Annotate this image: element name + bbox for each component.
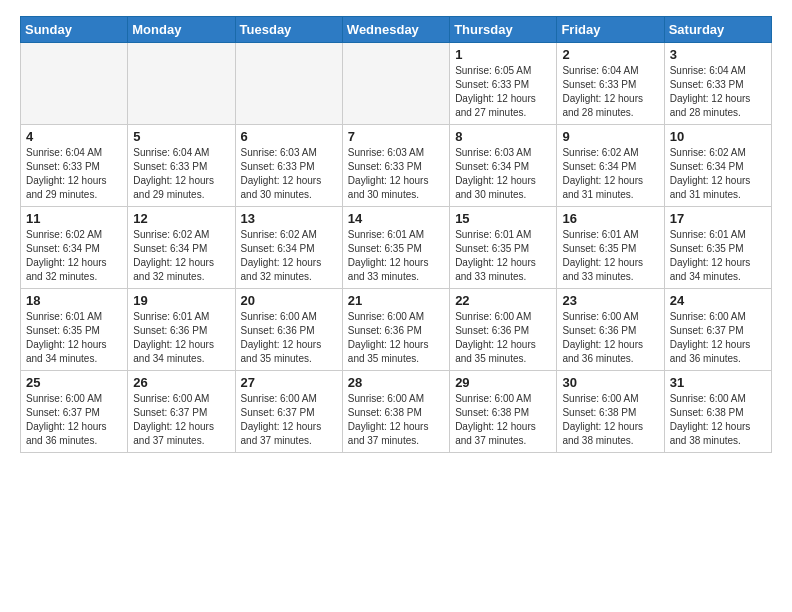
day-info: Sunrise: 6:02 AM Sunset: 6:34 PM Dayligh… [133,228,229,284]
day-number: 20 [241,293,337,308]
day-info: Sunrise: 6:05 AM Sunset: 6:33 PM Dayligh… [455,64,551,120]
day-info: Sunrise: 6:02 AM Sunset: 6:34 PM Dayligh… [562,146,658,202]
calendar-cell: 26Sunrise: 6:00 AM Sunset: 6:37 PM Dayli… [128,371,235,453]
day-number: 9 [562,129,658,144]
calendar-cell: 29Sunrise: 6:00 AM Sunset: 6:38 PM Dayli… [450,371,557,453]
day-info: Sunrise: 6:04 AM Sunset: 6:33 PM Dayligh… [670,64,766,120]
day-number: 2 [562,47,658,62]
calendar-cell: 3Sunrise: 6:04 AM Sunset: 6:33 PM Daylig… [664,43,771,125]
calendar-cell: 5Sunrise: 6:04 AM Sunset: 6:33 PM Daylig… [128,125,235,207]
page: SundayMondayTuesdayWednesdayThursdayFrid… [0,0,792,473]
day-info: Sunrise: 6:04 AM Sunset: 6:33 PM Dayligh… [26,146,122,202]
day-number: 30 [562,375,658,390]
day-info: Sunrise: 6:00 AM Sunset: 6:36 PM Dayligh… [348,310,444,366]
calendar-cell: 12Sunrise: 6:02 AM Sunset: 6:34 PM Dayli… [128,207,235,289]
day-number: 31 [670,375,766,390]
calendar-cell: 11Sunrise: 6:02 AM Sunset: 6:34 PM Dayli… [21,207,128,289]
day-info: Sunrise: 6:00 AM Sunset: 6:38 PM Dayligh… [455,392,551,448]
day-number: 14 [348,211,444,226]
calendar-cell: 20Sunrise: 6:00 AM Sunset: 6:36 PM Dayli… [235,289,342,371]
day-info: Sunrise: 6:00 AM Sunset: 6:36 PM Dayligh… [562,310,658,366]
day-info: Sunrise: 6:01 AM Sunset: 6:35 PM Dayligh… [562,228,658,284]
day-number: 13 [241,211,337,226]
day-number: 6 [241,129,337,144]
weekday-header-thursday: Thursday [450,17,557,43]
day-info: Sunrise: 6:00 AM Sunset: 6:36 PM Dayligh… [241,310,337,366]
week-row-2: 11Sunrise: 6:02 AM Sunset: 6:34 PM Dayli… [21,207,772,289]
calendar-cell [128,43,235,125]
day-info: Sunrise: 6:00 AM Sunset: 6:37 PM Dayligh… [133,392,229,448]
day-number: 22 [455,293,551,308]
weekday-header-friday: Friday [557,17,664,43]
calendar-table: SundayMondayTuesdayWednesdayThursdayFrid… [20,16,772,453]
day-info: Sunrise: 6:00 AM Sunset: 6:37 PM Dayligh… [26,392,122,448]
day-info: Sunrise: 6:02 AM Sunset: 6:34 PM Dayligh… [26,228,122,284]
calendar-cell: 9Sunrise: 6:02 AM Sunset: 6:34 PM Daylig… [557,125,664,207]
day-info: Sunrise: 6:01 AM Sunset: 6:35 PM Dayligh… [26,310,122,366]
calendar-cell: 23Sunrise: 6:00 AM Sunset: 6:36 PM Dayli… [557,289,664,371]
weekday-header-row: SundayMondayTuesdayWednesdayThursdayFrid… [21,17,772,43]
day-number: 11 [26,211,122,226]
day-info: Sunrise: 6:02 AM Sunset: 6:34 PM Dayligh… [241,228,337,284]
day-number: 24 [670,293,766,308]
day-number: 10 [670,129,766,144]
calendar-cell: 1Sunrise: 6:05 AM Sunset: 6:33 PM Daylig… [450,43,557,125]
week-row-0: 1Sunrise: 6:05 AM Sunset: 6:33 PM Daylig… [21,43,772,125]
calendar-cell: 14Sunrise: 6:01 AM Sunset: 6:35 PM Dayli… [342,207,449,289]
day-info: Sunrise: 6:01 AM Sunset: 6:36 PM Dayligh… [133,310,229,366]
day-number: 3 [670,47,766,62]
day-info: Sunrise: 6:01 AM Sunset: 6:35 PM Dayligh… [348,228,444,284]
day-number: 18 [26,293,122,308]
calendar-cell [21,43,128,125]
day-info: Sunrise: 6:04 AM Sunset: 6:33 PM Dayligh… [562,64,658,120]
day-number: 28 [348,375,444,390]
calendar-cell: 2Sunrise: 6:04 AM Sunset: 6:33 PM Daylig… [557,43,664,125]
day-info: Sunrise: 6:03 AM Sunset: 6:34 PM Dayligh… [455,146,551,202]
day-number: 8 [455,129,551,144]
weekday-header-sunday: Sunday [21,17,128,43]
calendar-cell: 16Sunrise: 6:01 AM Sunset: 6:35 PM Dayli… [557,207,664,289]
day-info: Sunrise: 6:00 AM Sunset: 6:38 PM Dayligh… [562,392,658,448]
calendar-cell: 25Sunrise: 6:00 AM Sunset: 6:37 PM Dayli… [21,371,128,453]
day-info: Sunrise: 6:03 AM Sunset: 6:33 PM Dayligh… [241,146,337,202]
day-number: 5 [133,129,229,144]
calendar-cell: 6Sunrise: 6:03 AM Sunset: 6:33 PM Daylig… [235,125,342,207]
calendar-cell: 10Sunrise: 6:02 AM Sunset: 6:34 PM Dayli… [664,125,771,207]
calendar-cell: 18Sunrise: 6:01 AM Sunset: 6:35 PM Dayli… [21,289,128,371]
day-info: Sunrise: 6:01 AM Sunset: 6:35 PM Dayligh… [670,228,766,284]
calendar-cell: 31Sunrise: 6:00 AM Sunset: 6:38 PM Dayli… [664,371,771,453]
week-row-1: 4Sunrise: 6:04 AM Sunset: 6:33 PM Daylig… [21,125,772,207]
calendar-cell: 30Sunrise: 6:00 AM Sunset: 6:38 PM Dayli… [557,371,664,453]
calendar-cell [342,43,449,125]
calendar-cell: 22Sunrise: 6:00 AM Sunset: 6:36 PM Dayli… [450,289,557,371]
day-info: Sunrise: 6:03 AM Sunset: 6:33 PM Dayligh… [348,146,444,202]
day-number: 15 [455,211,551,226]
calendar-cell: 28Sunrise: 6:00 AM Sunset: 6:38 PM Dayli… [342,371,449,453]
day-info: Sunrise: 6:02 AM Sunset: 6:34 PM Dayligh… [670,146,766,202]
day-info: Sunrise: 6:00 AM Sunset: 6:38 PM Dayligh… [670,392,766,448]
weekday-header-monday: Monday [128,17,235,43]
calendar-cell [235,43,342,125]
calendar-cell: 24Sunrise: 6:00 AM Sunset: 6:37 PM Dayli… [664,289,771,371]
day-number: 27 [241,375,337,390]
day-number: 16 [562,211,658,226]
week-row-3: 18Sunrise: 6:01 AM Sunset: 6:35 PM Dayli… [21,289,772,371]
day-number: 23 [562,293,658,308]
day-info: Sunrise: 6:00 AM Sunset: 6:36 PM Dayligh… [455,310,551,366]
calendar-cell: 4Sunrise: 6:04 AM Sunset: 6:33 PM Daylig… [21,125,128,207]
calendar-cell: 15Sunrise: 6:01 AM Sunset: 6:35 PM Dayli… [450,207,557,289]
weekday-header-wednesday: Wednesday [342,17,449,43]
day-info: Sunrise: 6:00 AM Sunset: 6:38 PM Dayligh… [348,392,444,448]
day-number: 21 [348,293,444,308]
day-info: Sunrise: 6:01 AM Sunset: 6:35 PM Dayligh… [455,228,551,284]
calendar-cell: 8Sunrise: 6:03 AM Sunset: 6:34 PM Daylig… [450,125,557,207]
calendar-cell: 27Sunrise: 6:00 AM Sunset: 6:37 PM Dayli… [235,371,342,453]
calendar-cell: 13Sunrise: 6:02 AM Sunset: 6:34 PM Dayli… [235,207,342,289]
day-info: Sunrise: 6:00 AM Sunset: 6:37 PM Dayligh… [241,392,337,448]
calendar-cell: 7Sunrise: 6:03 AM Sunset: 6:33 PM Daylig… [342,125,449,207]
calendar-cell: 19Sunrise: 6:01 AM Sunset: 6:36 PM Dayli… [128,289,235,371]
day-number: 19 [133,293,229,308]
calendar-cell: 17Sunrise: 6:01 AM Sunset: 6:35 PM Dayli… [664,207,771,289]
calendar-cell: 21Sunrise: 6:00 AM Sunset: 6:36 PM Dayli… [342,289,449,371]
day-number: 4 [26,129,122,144]
